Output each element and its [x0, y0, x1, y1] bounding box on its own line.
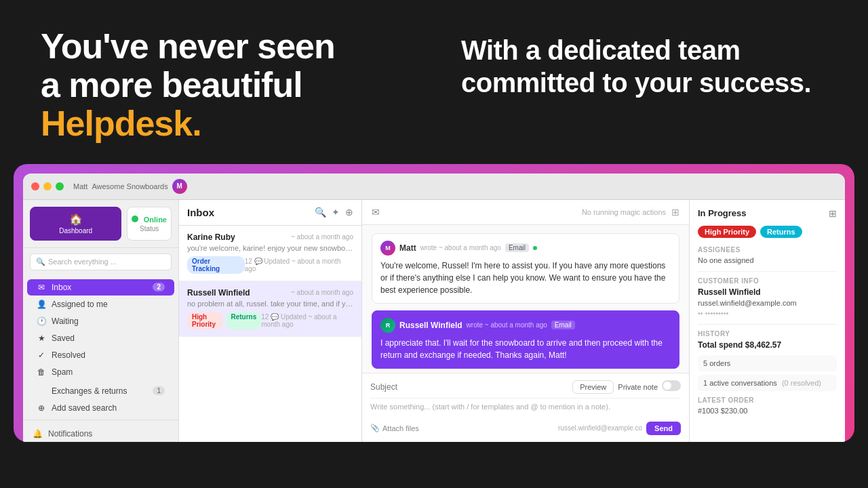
conv-footer-russell: High Priority Returns 12 💬 Updated ~ abo…: [187, 312, 353, 329]
exchanges-badge: 1: [153, 386, 165, 395]
status-tag-high-priority[interactable]: High Priority: [698, 226, 756, 238]
status-button[interactable]: Online Status: [127, 207, 172, 241]
right-panel-icon[interactable]: ⊞: [829, 208, 837, 219]
sidebar-bottom: 🔔 Notifications 🛒 Orders 👥 Customers: [23, 420, 178, 442]
msg-channel-2: Email: [551, 321, 575, 329]
compose-footer: 📎 Attach files russel.winfield@example.c…: [370, 422, 681, 435]
private-note-label: Private note: [618, 380, 658, 394]
saved-label: Saved: [52, 333, 75, 343]
customer-phone: •• •••••••••: [698, 309, 837, 317]
inbox-panel: Inbox 🔍 ✦ ⊕ Karine Ruby ~ about a month …: [179, 200, 362, 442]
conv-main-header: ✉ No running magic actions ⊞: [362, 200, 689, 225]
avatar: M: [172, 179, 187, 194]
dashboard-label: Dashboard: [35, 227, 117, 235]
conv-tags: Order Tracking: [187, 256, 245, 274]
resolved-icon: ✓: [37, 350, 46, 360]
status-tags: High Priority Returns: [698, 226, 837, 238]
sidebar-item-exchanges[interactable]: Exchanges & returns 1: [27, 383, 174, 399]
sidebar-item-saved[interactable]: ★ Saved: [27, 330, 174, 346]
sidebar-notifications[interactable]: 🔔 Notifications: [30, 426, 172, 442]
conv-time-russell: ~ about a month ago: [291, 289, 353, 296]
msg-text-2: I appreciate that. I'll wait for the sno…: [380, 337, 671, 361]
minimize-button[interactable]: [43, 182, 52, 190]
dashboard-button[interactable]: 🏠 Dashboard: [30, 207, 121, 241]
online-dot: [132, 216, 138, 222]
sidebar-item-assigned[interactable]: 👤 Assigned to me: [27, 296, 174, 312]
hero-right: With a dedicated team committed to your …: [461, 27, 827, 99]
private-note-toggle[interactable]: [662, 380, 681, 391]
right-panel: In Progress ⊞ High Priority Returns Assi…: [689, 200, 845, 442]
sidebar-item-inbox[interactable]: ✉ Inbox 2: [27, 279, 174, 296]
right-panel-status: In Progress: [698, 208, 747, 218]
attach-label: Attach files: [382, 424, 419, 432]
conversation-item-russell[interactable]: Russell Winfield ~ about a month ago no …: [179, 281, 361, 337]
compose-btns: Preview Private note: [572, 380, 681, 394]
active-conversations: 1 active conversations (0 resolved): [698, 375, 837, 391]
conv-name: Karine Ruby: [187, 232, 235, 242]
notifications-label: Notifications: [48, 429, 92, 439]
inbox-settings-icon[interactable]: ⊕: [345, 207, 353, 218]
customer-name: Russell Winfield: [698, 287, 837, 297]
conv-footer: Order Tracking 12 💬 Updated ~ about a mo…: [187, 256, 353, 274]
assigned-label: Assigned to me: [52, 300, 108, 309]
msg-meta-2: wrote ~ about a month ago: [467, 321, 547, 329]
latest-order-label: Latest order: [698, 396, 837, 404]
msg-header-1: M Matt wrote ~ about a month ago Email: [380, 241, 671, 256]
send-button[interactable]: Send: [646, 422, 681, 435]
hero-right-text: With a dedicated team committed to your …: [461, 34, 827, 99]
preview-button[interactable]: Preview: [572, 380, 614, 394]
sidebar: 🏠 Dashboard Online Status 🔍 Search every…: [23, 200, 179, 442]
conv-meta-russell: 12 💬 Updated ~ about a month ago: [261, 313, 353, 328]
dashboard-icon: 🏠: [35, 213, 117, 226]
mac-window: Matt Awesome Snowboards M 🏠 Dashboard On…: [23, 174, 845, 442]
sidebar-item-resolved[interactable]: ✓ Resolved: [27, 347, 174, 363]
conv-name-russell: Russell Winfield: [187, 288, 250, 298]
sidebar-item-spam[interactable]: 🗑 Spam: [27, 364, 174, 380]
messages-area: M Matt wrote ~ about a month ago Email Y…: [362, 225, 689, 373]
inbox-magic-icon[interactable]: ✦: [332, 207, 340, 218]
close-button[interactable]: [31, 182, 39, 190]
conversation-item-karine[interactable]: Karine Ruby ~ about a month ago you're w…: [179, 226, 361, 281]
compose-body[interactable]: Write something... (start with / for tem…: [370, 403, 681, 416]
waiting-label: Waiting: [52, 317, 79, 326]
add-icon: ⊕: [37, 403, 46, 413]
msg-header-2: R Russell Winfield wrote ~ about a month…: [380, 318, 671, 333]
search-icon: 🔍: [36, 258, 45, 266]
attach-button[interactable]: 📎 Attach files: [370, 424, 419, 432]
inbox-search-icon[interactable]: 🔍: [315, 207, 326, 218]
active-conv-text: 1 active conversations: [703, 379, 777, 387]
subject-input[interactable]: [370, 382, 572, 392]
nav-items: ✉ Inbox 2 👤 Assigned to me 🕐 Waiting ★: [23, 276, 178, 420]
conv-preview-russell: no problem at all, russel. take your tim…: [187, 300, 353, 308]
hero-line1: You've never seen: [41, 26, 335, 66]
sidebar-top: 🏠 Dashboard Online Status: [23, 200, 178, 248]
sidebar-item-waiting[interactable]: 🕐 Waiting: [27, 313, 174, 329]
latest-order-value: #1003 $230.00: [698, 407, 837, 415]
notifications-icon: 🔔: [33, 429, 43, 439]
tag-order-tracking: Order Tracking: [187, 256, 245, 274]
title-user: Matt: [73, 182, 87, 190]
hero-left: You've never seen a more beautiful Helpd…: [41, 27, 407, 144]
compose-subject: Preview Private note: [370, 380, 681, 399]
sidebar-item-add-saved[interactable]: ⊕ Add saved search: [27, 400, 174, 416]
waiting-icon: 🕐: [37, 317, 46, 326]
total-spend: Total spend $8,462.57: [698, 340, 837, 350]
search-box[interactable]: 🔍 Search everything ...: [30, 253, 172, 270]
resolved-label: Resolved: [52, 350, 85, 360]
maximize-button[interactable]: [56, 182, 64, 190]
tag-high-priority: High Priority: [187, 312, 223, 329]
inbox-toolbar: 🔍 ✦ ⊕: [315, 207, 353, 218]
online-label: Online: [144, 216, 167, 224]
title-info: Matt Awesome Snowboards M: [73, 179, 187, 194]
inbox-header: Inbox 🔍 ✦ ⊕: [179, 200, 361, 226]
add-saved-label: Add saved search: [52, 403, 117, 413]
compose-area: Preview Private note Write something... …: [362, 373, 689, 442]
spam-icon: 🗑: [37, 367, 46, 377]
inbox-badge: 2: [153, 283, 165, 291]
app-body: 🏠 Dashboard Online Status 🔍 Search every…: [23, 200, 845, 442]
status-tag-returns[interactable]: Returns: [760, 226, 802, 238]
hero-line2: a more beautiful: [41, 65, 302, 104]
grid-icon[interactable]: ⊞: [671, 207, 679, 218]
orders-count[interactable]: 5 orders: [698, 355, 837, 371]
assigned-icon: 👤: [37, 300, 46, 309]
